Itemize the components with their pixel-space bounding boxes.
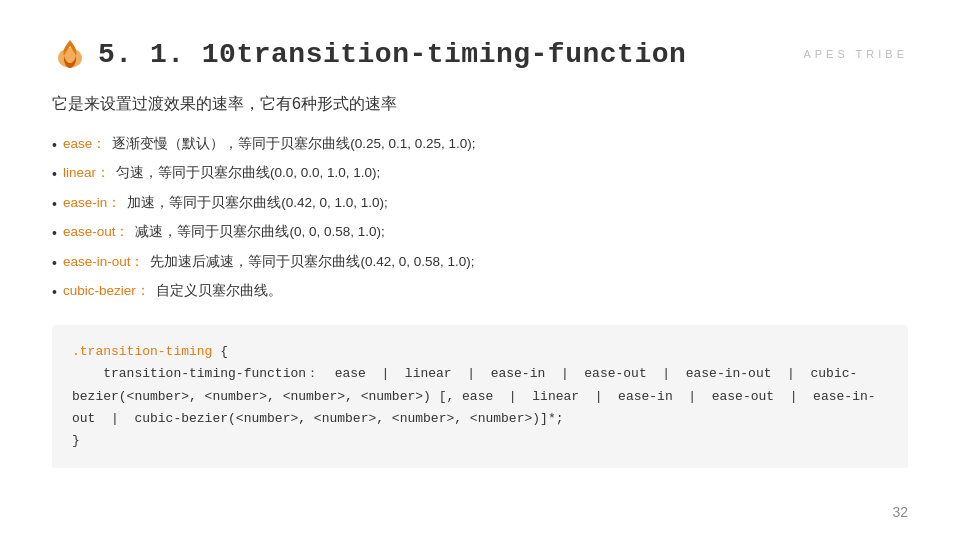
code-block: .transition-timing { transition-timing-f… <box>52 325 908 467</box>
code-line-3: } <box>72 430 888 452</box>
bullet-keyword-1: ease： <box>63 133 106 155</box>
brand-label: APES TRIBE <box>803 48 908 60</box>
bullet-keyword-3: ease-in： <box>63 192 121 214</box>
logo-icon <box>52 36 88 72</box>
slide: 5. 1. 10transition-timing-function APES … <box>0 0 960 540</box>
list-item: ease-in： 加速，等同于贝塞尔曲线(0.42, 0, 1.0, 1.0); <box>52 192 908 215</box>
header: 5. 1. 10transition-timing-function APES … <box>52 36 908 72</box>
bullet-list: ease： 逐渐变慢（默认），等同于贝塞尔曲线(0.25, 0.1, 0.25,… <box>52 133 908 303</box>
bullet-text-1: 逐渐变慢（默认），等同于贝塞尔曲线(0.25, 0.1, 0.25, 1.0); <box>112 133 475 155</box>
title-row: 5. 1. 10transition-timing-function <box>52 36 686 72</box>
list-item: linear： 匀速，等同于贝塞尔曲线(0.0, 0.0, 1.0, 1.0); <box>52 162 908 185</box>
bullet-text-5: 先加速后减速，等同于贝塞尔曲线(0.42, 0, 0.58, 1.0); <box>150 251 474 273</box>
list-item: cubic-bezier： 自定义贝塞尔曲线。 <box>52 280 908 303</box>
subtitle: 它是来设置过渡效果的速率，它有6种形式的速率 <box>52 94 908 115</box>
bullet-keyword-6: cubic-bezier： <box>63 280 150 302</box>
bullet-keyword-4: ease-out： <box>63 221 130 243</box>
list-item: ease： 逐渐变慢（默认），等同于贝塞尔曲线(0.25, 0.1, 0.25,… <box>52 133 908 156</box>
bullet-keyword-5: ease-in-out： <box>63 251 145 273</box>
bullet-text-2: 匀速，等同于贝塞尔曲线(0.0, 0.0, 1.0, 1.0); <box>116 162 380 184</box>
bullet-text-6: 自定义贝塞尔曲线。 <box>156 280 282 302</box>
page-number: 32 <box>892 504 908 520</box>
code-line-1: .transition-timing { <box>72 341 888 363</box>
bullet-keyword-2: linear： <box>63 162 110 184</box>
page-title: 5. 1. 10transition-timing-function <box>98 39 686 70</box>
bullet-text-3: 加速，等同于贝塞尔曲线(0.42, 0, 1.0, 1.0); <box>127 192 388 214</box>
list-item: ease-in-out： 先加速后减速，等同于贝塞尔曲线(0.42, 0, 0.… <box>52 251 908 274</box>
bullet-text-4: 减速，等同于贝塞尔曲线(0, 0, 0.58, 1.0); <box>135 221 384 243</box>
list-item: ease-out： 减速，等同于贝塞尔曲线(0, 0, 0.58, 1.0); <box>52 221 908 244</box>
code-line-2: transition-timing-function： ease | linea… <box>72 363 888 429</box>
